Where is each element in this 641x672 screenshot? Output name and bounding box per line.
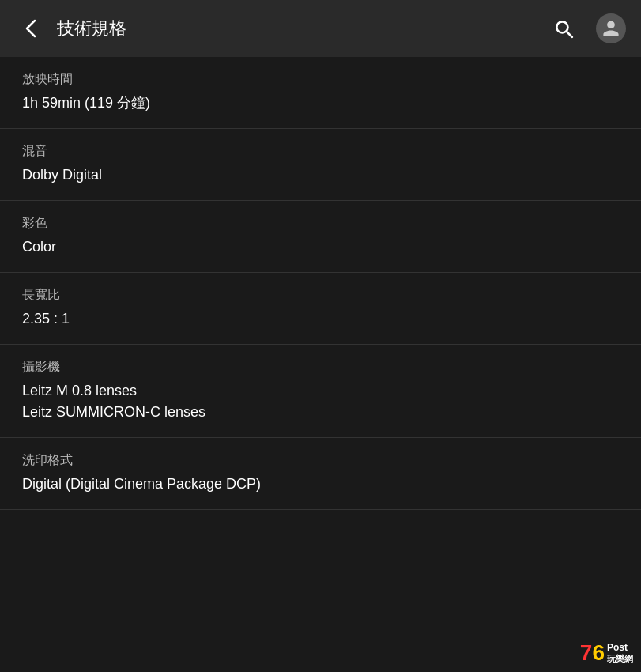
spec-value-0: 1h 59min (119 分鐘): [22, 92, 619, 114]
search-icon: [553, 18, 574, 39]
avatar-button[interactable]: [594, 11, 628, 46]
spec-label-0: 放映時間: [22, 71, 619, 88]
spec-value-5: Digital (Digital Cinema Package DCP): [22, 474, 619, 495]
spec-label-3: 長寬比: [22, 287, 619, 304]
watermark-7: 7: [580, 640, 593, 665]
page-title: 技術規格: [57, 17, 546, 40]
avatar: [596, 13, 626, 43]
spec-value-1: Dolby Digital: [22, 164, 619, 186]
header: 技術規格: [0, 0, 641, 57]
back-button[interactable]: [13, 9, 51, 47]
spec-label-1: 混音: [22, 143, 619, 160]
specs-content: 放映時間1h 59min (119 分鐘)混音Dolby Digital彩色Co…: [0, 57, 641, 510]
spec-label-5: 洗印格式: [22, 452, 619, 469]
watermark: 76 Post 玩樂網: [580, 642, 633, 664]
spec-item-4: 攝影機Leitz M 0.8 lensesLeitz SUMMICRON-C l…: [0, 345, 641, 438]
header-icons: [546, 11, 628, 46]
spec-item-1: 混音Dolby Digital: [0, 129, 641, 201]
spec-label-4: 攝影機: [22, 359, 619, 376]
spec-item-2: 彩色Color: [0, 201, 641, 273]
watermark-6: 6: [592, 640, 605, 665]
user-icon: [601, 19, 620, 38]
spec-value-2: Color: [22, 236, 619, 258]
spec-value-3: 2.35 : 1: [22, 308, 619, 330]
watermark-post: Post: [607, 642, 633, 653]
spec-value-4: Leitz M 0.8 lensesLeitz SUMMICRON-C lens…: [22, 380, 619, 423]
watermark-site: 玩樂網: [607, 654, 633, 664]
spec-item-0: 放映時間1h 59min (119 分鐘): [0, 57, 641, 129]
spec-label-2: 彩色: [22, 215, 619, 232]
spec-item-5: 洗印格式Digital (Digital Cinema Package DCP): [0, 438, 641, 510]
svg-line-1: [567, 32, 572, 37]
spec-item-3: 長寬比2.35 : 1: [0, 273, 641, 345]
search-button[interactable]: [546, 11, 581, 46]
